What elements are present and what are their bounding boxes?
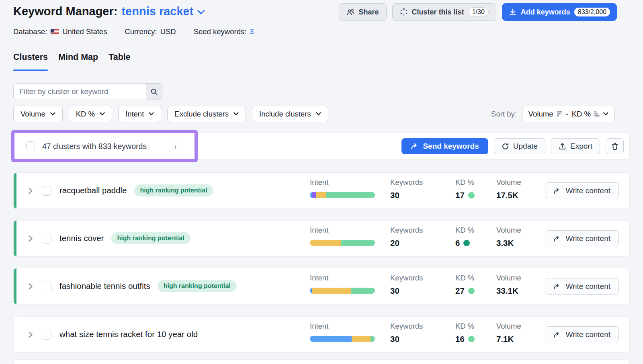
- cluster-this-list-button[interactable]: Cluster this list 1/30: [392, 3, 496, 21]
- kd-dot: [468, 288, 475, 294]
- expand-chevron-icon[interactable]: [28, 331, 33, 338]
- page-title-label: Keyword Manager:: [13, 5, 117, 18]
- chevron-down-icon: [316, 112, 321, 116]
- write-content-arrow-icon: [553, 283, 561, 290]
- kd-dot: [463, 240, 470, 246]
- cluster-checkbox[interactable]: [42, 234, 51, 243]
- cluster-card: fashionable tennis outfits high ranking …: [13, 268, 630, 305]
- cluster-name[interactable]: racquetball paddle: [59, 186, 127, 195]
- chevron-down-icon: [149, 112, 154, 116]
- filter-intent-label: Intent: [125, 110, 144, 119]
- select-all-checkbox[interactable]: [26, 141, 35, 150]
- seed-keywords-value[interactable]: 3: [250, 27, 254, 36]
- tab-clusters[interactable]: Clusters: [13, 52, 48, 71]
- filter-volume-label: Volume: [20, 110, 45, 119]
- expand-chevron-icon[interactable]: [28, 283, 33, 290]
- add-keywords-label: Add keywords: [521, 8, 570, 16]
- database-meta: Database: United States: [13, 27, 107, 36]
- cluster-card: racquetball paddle high ranking potentia…: [13, 172, 630, 209]
- download-icon: [509, 8, 517, 16]
- send-keywords-label: Send keywords: [423, 142, 479, 151]
- intent-bar: [310, 336, 375, 342]
- filter-exclude-clusters[interactable]: Exclude clusters: [167, 106, 246, 122]
- share-button[interactable]: Share: [339, 3, 387, 21]
- write-content-arrow-icon: [553, 331, 561, 338]
- update-button[interactable]: Update: [494, 138, 545, 154]
- intent-segment-commercial: [316, 192, 326, 198]
- intent-label: Intent: [310, 322, 375, 331]
- cluster-checkbox[interactable]: [42, 186, 51, 196]
- tab-table[interactable]: Table: [109, 52, 131, 71]
- filter-intent[interactable]: Intent: [118, 106, 161, 122]
- write-content-button[interactable]: Write content: [545, 326, 619, 343]
- volume-column: Volume 17.5K: [496, 178, 521, 200]
- sort-asc-icon: [594, 111, 600, 117]
- volume-label: Volume: [496, 178, 521, 187]
- filter-include-clusters[interactable]: Include clusters: [252, 106, 328, 122]
- list-meta-row: Database: United States Currency: USD Se…: [13, 27, 254, 36]
- export-button[interactable]: Export: [551, 138, 600, 154]
- keyword-list-name[interactable]: tennis racket: [121, 5, 193, 18]
- expand-chevron-icon[interactable]: [28, 187, 33, 194]
- keywords-value: 30: [390, 334, 423, 344]
- kd-value: 16: [455, 334, 465, 344]
- intent-segment-transactional: [341, 240, 375, 246]
- keywords-column: Keywords 30: [390, 178, 423, 200]
- cluster-card: tennis cover high ranking potential Inte…: [13, 220, 630, 257]
- keywords-label: Keywords: [390, 178, 423, 187]
- keywords-column: Keywords 30: [390, 274, 423, 296]
- delete-button[interactable]: [606, 138, 624, 154]
- share-icon: [346, 8, 355, 16]
- write-content-button[interactable]: Write content: [545, 278, 619, 295]
- tab-mind-map[interactable]: Mind Map: [58, 52, 98, 71]
- volume-column: Volume 33.1K: [496, 274, 521, 296]
- sort-separator: -: [566, 110, 568, 119]
- intent-segment-commercial: [352, 336, 371, 342]
- write-content-label: Write content: [565, 186, 610, 195]
- keyword-manager-page: Keyword Manager: tennis racket Share Clu…: [0, 0, 643, 364]
- filter-input[interactable]: [13, 83, 146, 100]
- cluster-checkbox[interactable]: [42, 282, 51, 291]
- chevron-down-icon[interactable]: [197, 10, 205, 15]
- sort-area: Sort by: Volume - KD %: [491, 106, 615, 122]
- volume-value: 33.1K: [496, 286, 521, 296]
- kd-column: KD % 17: [455, 178, 475, 200]
- currency-value: USD: [160, 27, 176, 36]
- intent-segment-informational: [310, 336, 352, 342]
- currency-label: Currency:: [125, 27, 157, 36]
- intent-segment-commercial: [310, 240, 341, 246]
- write-content-label: Write content: [565, 282, 610, 291]
- expand-chevron-icon[interactable]: [28, 235, 33, 242]
- sort-select[interactable]: Volume - KD %: [522, 106, 615, 122]
- write-content-button[interactable]: Write content: [545, 182, 619, 199]
- cluster-checkbox[interactable]: [42, 330, 51, 339]
- kd-dot: [468, 336, 475, 342]
- chevron-down-icon: [50, 112, 55, 116]
- cluster-name[interactable]: what size tennis racket for 10 year old: [59, 329, 198, 339]
- share-button-label: Share: [359, 8, 379, 16]
- search-button[interactable]: [146, 83, 162, 100]
- cluster-name[interactable]: tennis cover: [59, 233, 104, 243]
- add-keywords-button[interactable]: Add keywords 833/2,000: [502, 3, 617, 21]
- send-keywords-button[interactable]: Send keywords: [401, 138, 488, 154]
- filter-kd[interactable]: KD %: [69, 106, 112, 122]
- filter-exclude-clusters-label: Exclude clusters: [174, 110, 229, 119]
- keywords-label: Keywords: [390, 226, 423, 235]
- write-content-button[interactable]: Write content: [545, 230, 619, 247]
- keywords-value: 30: [390, 286, 423, 296]
- info-icon[interactable]: i: [174, 141, 177, 151]
- volume-label: Volume: [496, 322, 521, 331]
- page-title: Keyword Manager: tennis racket: [13, 5, 205, 18]
- seed-keywords-meta: Seed keywords: 3: [194, 27, 254, 36]
- keywords-count-badge: 833/2,000: [574, 8, 610, 16]
- kd-column: KD % 16: [455, 322, 475, 344]
- filter-volume[interactable]: Volume: [13, 106, 63, 122]
- chevron-down-icon: [100, 112, 105, 116]
- keywords-column: Keywords 20: [390, 226, 423, 248]
- us-flag-icon: [50, 29, 59, 35]
- trash-icon: [611, 143, 618, 150]
- view-tabs: Clusters Mind Map Table: [13, 52, 131, 71]
- cluster-name[interactable]: fashionable tennis outfits: [59, 281, 150, 291]
- export-icon: [559, 143, 566, 150]
- volume-value: 3.3K: [496, 238, 521, 248]
